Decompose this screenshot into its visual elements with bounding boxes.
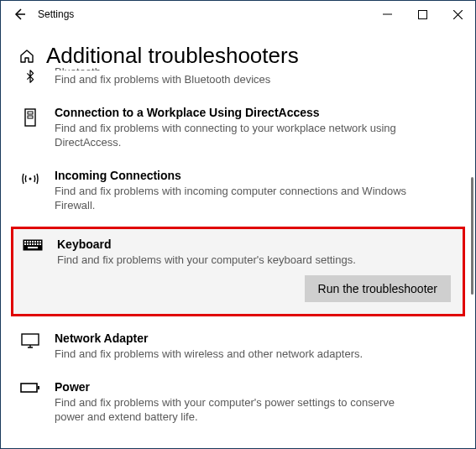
item-title: Bluetooth xyxy=(55,65,457,70)
item-description: Find and fix problems with Bluetooth dev… xyxy=(55,72,407,87)
item-description: Find and fix problems with wireless and … xyxy=(55,347,407,362)
item-description: Find and fix problems with your computer… xyxy=(55,395,407,425)
troubleshooter-item-bluetooth[interactable]: Bluetooth Find and fix problems with Blu… xyxy=(1,67,475,96)
home-icon[interactable] xyxy=(18,47,36,65)
item-description: Find and fix problems with your computer… xyxy=(57,253,410,268)
svg-rect-17 xyxy=(34,243,36,245)
svg-rect-2 xyxy=(28,112,33,114)
close-icon xyxy=(453,10,463,19)
svg-rect-6 xyxy=(24,241,26,243)
troubleshooter-item-network[interactable]: Network Adapter Find and fix problems wi… xyxy=(1,321,475,370)
signal-icon xyxy=(21,170,39,187)
item-title: Network Adapter xyxy=(55,332,457,345)
svg-rect-22 xyxy=(21,384,37,392)
run-troubleshooter-button[interactable]: Run the troubleshooter xyxy=(305,275,451,302)
svg-rect-9 xyxy=(32,241,34,243)
svg-rect-12 xyxy=(39,241,41,243)
troubleshooter-item-keyboard-selected[interactable]: Keyboard Find and fix problems with your… xyxy=(11,227,465,317)
troubleshooter-item-directaccess[interactable]: Connection to a Workplace Using DirectAc… xyxy=(1,96,475,159)
svg-rect-0 xyxy=(418,10,426,18)
svg-rect-10 xyxy=(34,241,36,243)
workplace-icon xyxy=(23,107,38,128)
scrollbar[interactable] xyxy=(471,177,473,295)
svg-rect-8 xyxy=(29,241,31,243)
battery-icon xyxy=(20,382,40,394)
maximize-button[interactable] xyxy=(405,1,440,28)
svg-rect-21 xyxy=(22,334,39,345)
svg-rect-14 xyxy=(27,243,29,245)
close-button[interactable] xyxy=(440,1,475,28)
svg-rect-18 xyxy=(37,243,39,245)
minimize-icon xyxy=(383,10,392,19)
svg-point-4 xyxy=(29,177,32,180)
back-button[interactable] xyxy=(9,4,29,24)
item-title: Incoming Connections xyxy=(55,169,457,182)
svg-rect-7 xyxy=(27,241,29,243)
keyboard-icon xyxy=(23,239,43,253)
troubleshooter-item-incoming[interactable]: Incoming Connections Find and fix proble… xyxy=(1,159,475,222)
minimize-button[interactable] xyxy=(369,1,405,28)
troubleshooter-list: Bluetooth Find and fix problems with Blu… xyxy=(1,67,475,441)
maximize-icon xyxy=(418,10,427,19)
window-title: Settings xyxy=(38,8,74,20)
svg-rect-15 xyxy=(29,243,31,245)
troubleshooter-item-power[interactable]: Power Find and fix problems with your co… xyxy=(1,370,475,433)
item-description: Find and fix problems with connecting to… xyxy=(55,121,407,150)
window-controls xyxy=(369,1,475,28)
svg-rect-3 xyxy=(28,116,33,118)
svg-rect-20 xyxy=(28,247,38,248)
bluetooth-icon xyxy=(23,69,38,84)
item-title: Keyboard xyxy=(57,238,454,251)
item-description: Find and fix problems with incoming comp… xyxy=(55,184,407,213)
svg-rect-11 xyxy=(37,241,39,243)
svg-rect-19 xyxy=(39,243,41,245)
arrow-left-icon xyxy=(13,8,26,21)
svg-rect-13 xyxy=(24,243,26,245)
item-title: Power xyxy=(55,380,457,394)
titlebar: Settings xyxy=(1,1,475,28)
svg-rect-23 xyxy=(38,386,39,389)
monitor-icon xyxy=(21,333,39,350)
item-title: Connection to a Workplace Using DirectAc… xyxy=(55,106,457,119)
svg-rect-16 xyxy=(32,243,34,245)
